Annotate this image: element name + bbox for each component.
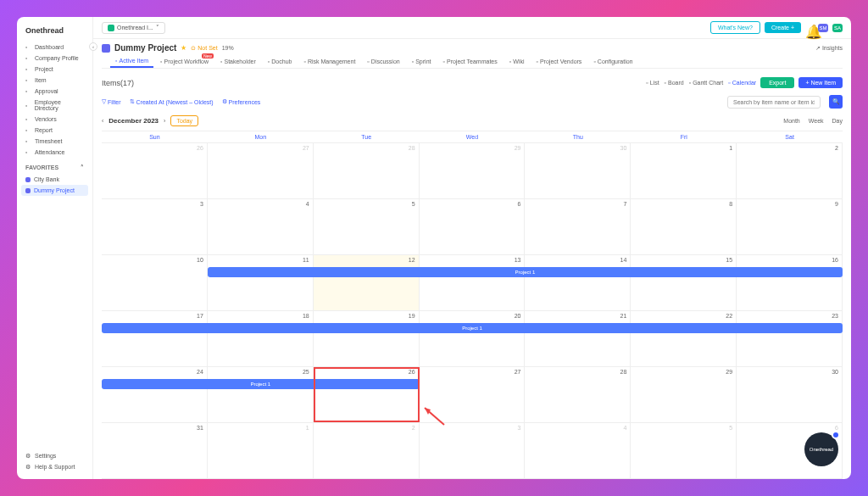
calendar-cell[interactable]: 7 [525,199,631,254]
calendar-cell[interactable]: 24 [102,367,208,422]
calendar-cell[interactable]: 30 [525,143,631,198]
calendar-event[interactable]: Project 1 [208,267,843,277]
tab-discussion[interactable]: ▫Discussion [362,55,404,68]
nav-icon: ▫ [25,116,31,122]
preferences-button[interactable]: ⚙ Preferences [222,98,261,105]
calendar-cell[interactable]: 31 [102,423,208,478]
tab-project-vendors[interactable]: ▫Project Vendors [531,55,587,68]
calendar-cell[interactable]: 12 [314,255,420,310]
sidebar-collapse-button[interactable]: ‹ [89,42,97,51]
view-board[interactable]: ▫ Board [665,80,684,86]
sidebar-item-employee-directory[interactable]: ▫Employee Directory [21,97,88,114]
calendar-cell[interactable]: 13 [420,255,526,310]
favorites-header[interactable]: FAVORITES ˄ [21,162,88,174]
tab-dochub[interactable]: ▫Dochub [263,55,298,68]
calendar-cell[interactable]: 28 [314,143,420,198]
highlight-box [314,367,420,422]
calendar-cell[interactable]: 2 [737,143,843,198]
view-calendar[interactable]: ▫ Calendar [728,80,756,86]
calendar-cell[interactable]: 10 [102,255,208,310]
calendar-cell[interactable]: 19 [314,311,420,366]
create-button[interactable]: Create + [765,22,801,33]
calendar-cell[interactable]: 14 [525,255,631,310]
calendar-cell[interactable]: 17 [102,311,208,366]
new-item-button[interactable]: + New Item [798,77,843,88]
calendar-event[interactable]: Project 1 [102,323,843,333]
calendar-cell[interactable]: 28 [525,367,631,422]
calendar-cell[interactable]: 22 [631,311,737,366]
calendar-cell[interactable]: 18 [208,311,314,366]
workspace-selector[interactable]: Onethread I... ˅ [102,22,165,34]
calendar-cell[interactable]: 23 [737,311,843,366]
calendar-cell[interactable]: 6 [420,199,526,254]
period-month[interactable]: Month [783,118,799,124]
calendar-cell[interactable]: 3 [420,423,526,478]
filter-button[interactable]: ▽ Filter [102,98,121,105]
nav-icon: ▫ [25,103,31,109]
sidebar-item-vendors[interactable]: ▫Vendors [21,114,88,125]
tab-risk-management[interactable]: ▫Risk Management [298,55,360,68]
calendar-cell[interactable]: 29 [420,143,526,198]
chat-widget[interactable]: Onethread [804,432,838,466]
next-month-button[interactable]: › [164,118,165,124]
whats-new-button[interactable]: What's New? [710,21,760,34]
sort-button[interactable]: ⇅ Created At (Newest – Oldest) [130,98,214,105]
search-input[interactable] [727,96,821,109]
export-button[interactable]: Export [760,77,794,88]
user-avatar-2[interactable]: SA [832,24,843,32]
calendar-cell[interactable]: 16 [737,255,843,310]
period-day[interactable]: Day [832,118,843,124]
day-header: Sat [737,131,843,142]
calendar-cell[interactable]: 15 [631,255,737,310]
footer-item-help-support[interactable]: ⚙Help & Support [21,461,88,472]
calendar-cell[interactable]: 4 [208,199,314,254]
tab-stakeholder[interactable]: ▫Stakeholder [215,55,261,68]
tab-project-workflow[interactable]: ▫Project WorkflowNew [155,55,214,68]
user-avatar-1[interactable]: SM [818,24,828,32]
tab-wiki[interactable]: ▫Wiki [504,55,530,68]
calendar-cell[interactable]: 2 [314,423,420,478]
calendar-cell[interactable]: 9 [737,199,843,254]
sidebar-item-report[interactable]: ▫Report [21,125,88,136]
calendar-cell[interactable]: 21 [525,311,631,366]
calendar-cell[interactable]: 20 [420,311,526,366]
calendar-cell[interactable]: 4 [525,423,631,478]
tab-sprint[interactable]: ▫Sprint [407,55,437,68]
sidebar-item-attendance[interactable]: ▫Attendance [21,147,88,158]
calendar-cell[interactable]: 5 [631,423,737,478]
today-button[interactable]: Today [170,115,198,126]
view-list[interactable]: ▫ List [646,80,659,86]
favorite-item[interactable]: City Bank [21,174,88,185]
star-icon[interactable]: ★ [181,44,186,52]
tab-project-teammates[interactable]: ▫Project Teammates [437,55,502,68]
calendar-cell[interactable]: 26 [102,143,208,198]
calendar-cell[interactable]: 25 [208,367,314,422]
prev-month-button[interactable]: ‹ [102,118,103,124]
day-header: Mon [208,131,314,142]
notification-icon[interactable]: 🔔 [805,24,814,32]
tab-configuration[interactable]: ▫Configuration [588,55,637,68]
calendar-cell[interactable]: 29 [631,367,737,422]
tab-active-item[interactable]: ▫Active Item [110,55,153,68]
calendar-cell[interactable]: 30 [737,367,843,422]
calendar-cell[interactable]: 27 [208,143,314,198]
calendar-cell[interactable]: 11 [208,255,314,310]
search-button[interactable]: 🔍 [829,95,843,109]
sidebar-item-dashboard[interactable]: ▫Dashboard [21,42,88,53]
calendar-cell[interactable]: 8 [631,199,737,254]
footer-item-settings[interactable]: ⚙Settings [21,450,88,461]
status-not-set[interactable]: ⊙ Not Set [191,45,217,52]
sidebar-item-item[interactable]: ▫Item [21,75,88,86]
favorite-item[interactable]: Dummy Project [21,185,88,196]
sidebar-item-project[interactable]: ▫Project [21,64,88,75]
sidebar-item-company-profile[interactable]: ▫Company Profile [21,53,88,64]
calendar-cell[interactable]: 1 [631,143,737,198]
view-gantt-chart[interactable]: ▫ Gantt Chart [689,80,724,86]
sidebar-item-approval[interactable]: ▫Approval [21,86,88,97]
period-week[interactable]: Week [809,118,824,124]
calendar-cell[interactable]: 1 [208,423,314,478]
calendar-cell[interactable]: 3 [102,199,208,254]
sidebar-item-timesheet[interactable]: ▫Timesheet [21,136,88,147]
insights-button[interactable]: ↗ Insights [815,45,843,52]
calendar-cell[interactable]: 5 [314,199,420,254]
